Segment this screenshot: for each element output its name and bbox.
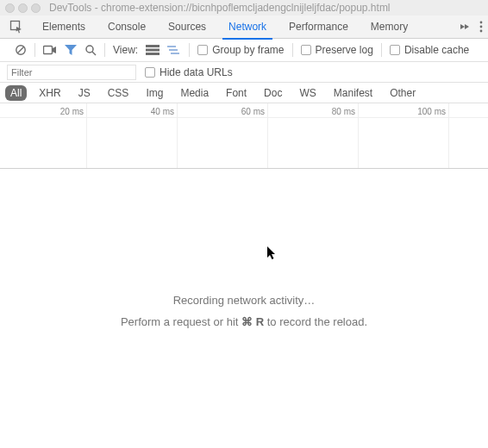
timeline-tick: 40 ms <box>151 107 177 116</box>
svg-rect-14 <box>171 53 179 54</box>
waterfall-icon[interactable] <box>167 45 181 55</box>
svg-point-1 <box>480 22 483 24</box>
svg-line-5 <box>17 47 23 53</box>
hide-data-urls-label: Hide data URLs <box>160 66 233 78</box>
cursor-icon <box>267 246 278 260</box>
svg-rect-13 <box>169 49 178 51</box>
traffic-light-minimize[interactable] <box>18 3 28 13</box>
type-img[interactable]: Img <box>141 85 168 101</box>
type-xhr[interactable]: XHR <box>34 85 66 101</box>
svg-rect-6 <box>44 47 53 54</box>
window-titlebar: DevTools - chrome-extension://bicnhpofle… <box>0 0 488 16</box>
type-all[interactable]: All <box>5 85 27 101</box>
tab-elements[interactable]: Elements <box>34 16 93 39</box>
svg-rect-12 <box>167 46 176 47</box>
request-type-bar: All XHR JS CSS Img Media Font Doc WS Man… <box>0 83 488 103</box>
window-title: DevTools - chrome-extension://bicnhpofle… <box>49 2 391 14</box>
type-js[interactable]: JS <box>73 85 96 101</box>
traffic-light-close[interactable] <box>5 3 15 13</box>
more-tabs-icon[interactable] <box>459 22 469 32</box>
preserve-log-checkbox[interactable]: Preserve log <box>301 44 373 56</box>
timeline-tick: 60 ms <box>241 107 267 116</box>
group-by-frame-checkbox[interactable]: Group by frame <box>197 44 284 56</box>
large-rows-icon[interactable] <box>146 45 160 55</box>
filter-input[interactable] <box>7 65 136 80</box>
tab-console[interactable]: Console <box>100 16 153 39</box>
separator <box>381 43 382 57</box>
timeline-tick: 100 ms <box>417 107 448 116</box>
svg-line-8 <box>92 52 96 55</box>
tab-network[interactable]: Network <box>221 16 274 39</box>
traffic-light-zoom[interactable] <box>31 3 41 13</box>
svg-rect-11 <box>146 53 160 55</box>
type-ws[interactable]: WS <box>294 85 321 101</box>
timeline-tick: 80 ms <box>332 107 358 116</box>
hide-data-urls-checkbox[interactable]: Hide data URLs <box>145 66 233 78</box>
recording-hint-text: Perform a request or hit ⌘ R to record t… <box>0 315 488 328</box>
type-other[interactable]: Other <box>385 85 421 101</box>
network-request-area: Recording network activity… Perform a re… <box>0 169 488 445</box>
preserve-log-label: Preserve log <box>316 44 373 56</box>
svg-rect-9 <box>146 45 160 47</box>
type-css[interactable]: CSS <box>103 85 135 101</box>
kebab-menu-icon[interactable] <box>479 21 483 33</box>
svg-rect-10 <box>146 49 160 52</box>
timeline-tick: 20 ms <box>60 107 86 116</box>
type-doc[interactable]: Doc <box>259 85 287 101</box>
recording-status-text: Recording network activity… <box>0 294 488 307</box>
tab-sources[interactable]: Sources <box>160 16 214 39</box>
separator <box>292 43 293 57</box>
filter-icon[interactable] <box>65 45 77 55</box>
devtools-tabbar: Elements Console Sources Network Perform… <box>0 16 488 39</box>
filter-bar: Hide data URLs <box>0 62 488 83</box>
network-toolbar: View: Group by frame Preserve log Disabl… <box>0 39 488 62</box>
group-by-frame-label: Group by frame <box>212 44 284 56</box>
inspect-element-icon[interactable] <box>2 16 31 38</box>
separator <box>34 43 35 57</box>
type-media[interactable]: Media <box>175 85 214 101</box>
timeline-overview[interactable]: 20 ms 40 ms 60 ms 80 ms 100 ms <box>0 103 488 169</box>
view-label: View: <box>113 44 138 56</box>
disable-cache-checkbox[interactable]: Disable cache <box>390 44 469 56</box>
svg-point-2 <box>480 26 483 28</box>
search-icon[interactable] <box>84 44 97 56</box>
shortcut-key: ⌘ R <box>241 315 264 328</box>
type-font[interactable]: Font <box>221 85 252 101</box>
type-manifest[interactable]: Manifest <box>328 85 378 101</box>
clear-icon[interactable] <box>15 44 27 56</box>
disable-cache-label: Disable cache <box>404 44 469 56</box>
tab-performance[interactable]: Performance <box>281 16 356 39</box>
separator <box>189 43 190 57</box>
camera-icon[interactable] <box>43 45 57 55</box>
tab-memory[interactable]: Memory <box>363 16 416 39</box>
svg-point-3 <box>480 30 483 33</box>
separator <box>104 43 105 57</box>
svg-point-7 <box>86 46 93 53</box>
